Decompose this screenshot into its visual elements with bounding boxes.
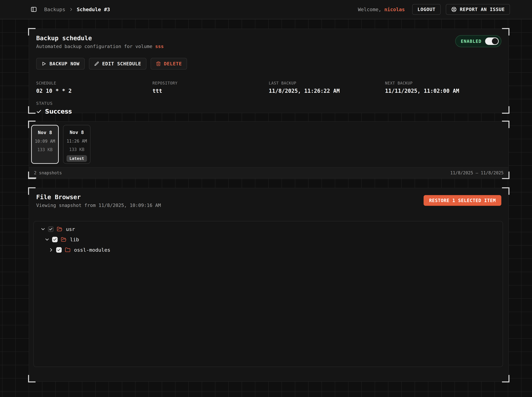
chevron-right-icon (69, 7, 73, 12)
edit-schedule-button[interactable]: EDIT SCHEDULE (89, 58, 146, 70)
restore-label: RESTORE 1 SELECTED ITEM (429, 198, 496, 203)
snapshot-date-range: 11/8/2025 – 11/8/2025 (450, 170, 504, 175)
snapshot-date: Nov 8 (70, 130, 84, 135)
snapshots-footer: 2 snapshots 11/8/2025 – 11/8/2025 (29, 167, 508, 178)
snapshot-size: 133 KB (37, 147, 53, 152)
chevron-right-icon[interactable] (48, 247, 54, 253)
field-repository: REPOSITORY ttt (152, 81, 269, 94)
corner-bracket (502, 187, 509, 195)
snapshot-size: 133 KB (69, 147, 84, 152)
folder-icon (65, 247, 70, 253)
snapshots-panel: Nov 8 10:09 AM 133 KB Nov 8 11:26 AM 133… (29, 121, 509, 178)
field-next-backup: NEXT BACKUP 11/11/2025, 11:02:00 AM (385, 81, 501, 94)
enabled-toggle[interactable]: ENABLED (455, 35, 501, 47)
latest-badge: Latest (67, 155, 87, 162)
restore-selected-button[interactable]: RESTORE 1 SELECTED ITEM (424, 195, 501, 206)
logout-label: LOGOUT (418, 7, 435, 12)
breadcrumb: Backups Schedule #3 (44, 6, 110, 12)
file-tree-panel: usr lib (33, 221, 503, 367)
snapshot-card-selected[interactable]: Nov 8 10:09 AM 133 KB (31, 125, 59, 164)
tree-row-ossl-modules[interactable]: ossl-modules (37, 245, 503, 255)
backup-schedule-card: Backup schedule Automated backup configu… (29, 29, 509, 113)
subtitle-text: Automated backup configuration for volum… (36, 44, 152, 49)
trash-icon (156, 61, 161, 66)
topbar: Backups Schedule #3 Welcome, nicolas LOG… (0, 0, 532, 19)
sidebar-toggle-button[interactable] (31, 6, 37, 13)
delete-label: DELETE (164, 61, 182, 67)
play-icon (41, 61, 47, 66)
schedule-info-grid: SCHEDULE 02 10 * * 2 REPOSITORY ttt LAST… (36, 81, 501, 94)
switch-knob (492, 38, 498, 44)
chevron-down-icon[interactable] (44, 237, 50, 242)
field-value: 02 10 * * 2 (36, 88, 152, 94)
status-value: Success (36, 108, 501, 115)
folder-open-icon (57, 226, 62, 232)
field-value: ttt (152, 88, 269, 94)
field-schedule: SCHEDULE 02 10 * * 2 (36, 81, 152, 94)
file-browser-card: File Browser Viewing snapshot from 11/8/… (29, 188, 509, 382)
field-label: SCHEDULE (36, 81, 152, 86)
schedule-card-subtitle: Automated backup configuration for volum… (36, 44, 164, 49)
field-label: REPOSITORY (152, 81, 269, 86)
chevron-down-icon[interactable] (40, 226, 46, 232)
tree-item-name: lib (70, 237, 79, 242)
volume-name: sss (155, 44, 164, 49)
field-last-backup: LAST BACKUP 11/8/2025, 11:26:22 AM (269, 81, 385, 94)
sidebar-panel-icon (31, 6, 37, 13)
field-label: LAST BACKUP (269, 81, 385, 86)
breadcrumb-parent-link[interactable]: Backups (44, 6, 65, 12)
tree-item-name: usr (66, 226, 75, 232)
corner-bracket (28, 106, 36, 114)
corner-bracket (28, 28, 36, 36)
field-value: 11/8/2025, 11:26:22 AM (269, 88, 385, 94)
welcome-prefix: Welcome, (358, 7, 381, 12)
backup-now-button[interactable]: BACKUP NOW (36, 58, 85, 70)
snapshot-time: 10:09 AM (35, 139, 55, 144)
corner-bracket (28, 375, 36, 382)
field-label: NEXT BACKUP (385, 81, 501, 86)
snapshot-time: 11:26 AM (67, 139, 87, 143)
corner-bracket (502, 375, 509, 382)
backup-now-label: BACKUP NOW (50, 61, 80, 67)
checkbox-usr[interactable] (48, 226, 54, 232)
enabled-switch[interactable] (485, 37, 499, 45)
pencil-icon (94, 61, 99, 66)
logout-button[interactable]: LOGOUT (412, 4, 441, 15)
enabled-label: ENABLED (461, 39, 481, 44)
tree-row-lib[interactable]: lib (37, 234, 503, 245)
snapshot-list: Nov 8 10:09 AM 133 KB Nov 8 11:26 AM 133… (29, 122, 508, 167)
status-text: Success (45, 108, 72, 115)
corner-bracket (28, 187, 36, 195)
checkbox-lib[interactable] (52, 237, 58, 242)
username: nicolas (384, 7, 405, 12)
tree-row-usr[interactable]: usr (37, 224, 503, 234)
tree-item-name: ossl-modules (74, 247, 110, 253)
report-issue-button[interactable]: REPORT AN ISSUE (446, 4, 510, 15)
welcome-text: Welcome, nicolas (358, 7, 405, 12)
corner-bracket (502, 28, 509, 36)
breadcrumb-current: Schedule #3 (77, 6, 110, 12)
snapshot-date: Nov 8 (38, 130, 52, 135)
snapshots-scrollbar-thumb[interactable] (29, 177, 36, 179)
folder-open-icon (61, 237, 66, 242)
snapshot-count: 2 snapshots (34, 170, 62, 175)
main-content: Backup schedule Automated backup configu… (29, 19, 509, 382)
status-label: STATUS (36, 101, 501, 106)
schedule-card-title: Backup schedule (36, 35, 164, 42)
lifebuoy-icon (451, 6, 457, 12)
report-issue-label: REPORT AN ISSUE (460, 7, 505, 12)
corner-bracket (502, 106, 509, 114)
status-block: STATUS Success (36, 101, 501, 115)
delete-button[interactable]: DELETE (151, 58, 187, 70)
snapshot-card[interactable]: Nov 8 11:26 AM 133 KB Latest (63, 125, 91, 164)
field-value: 11/11/2025, 11:02:00 AM (385, 88, 501, 94)
checkbox-ossl-modules[interactable] (56, 247, 62, 253)
edit-schedule-label: EDIT SCHEDULE (102, 61, 141, 67)
success-check-icon (36, 109, 42, 114)
